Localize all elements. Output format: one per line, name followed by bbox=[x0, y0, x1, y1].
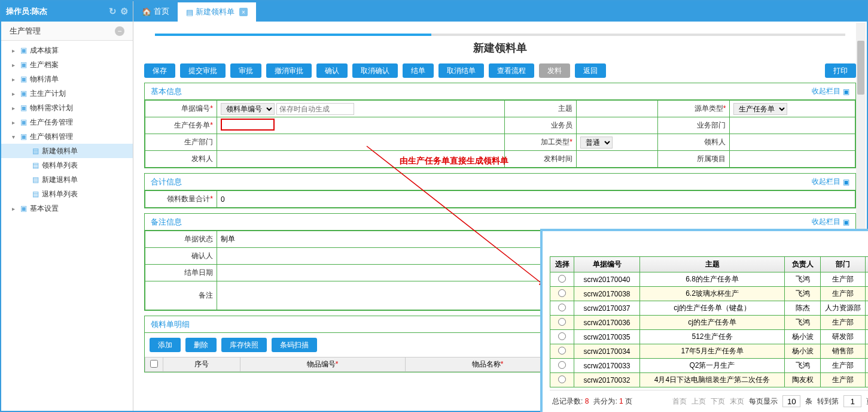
return-button[interactable]: 返回 bbox=[575, 63, 606, 78]
tree-item-label: 新建退料单 bbox=[42, 175, 78, 185]
file-icon bbox=[31, 175, 39, 184]
tab[interactable]: ▤新建领料单× bbox=[178, 1, 256, 22]
doc-no-input[interactable] bbox=[276, 103, 354, 115]
detail-action-button[interactable]: 条码扫描 bbox=[272, 338, 317, 352]
action-button[interactable]: 提交审批 bbox=[180, 63, 226, 78]
action-button[interactable]: 确认 bbox=[316, 63, 348, 78]
action-bar: 保存提交审批审批撤消审批确认取消确认结单取消结单查看流程发料返回打印 bbox=[144, 63, 856, 78]
gear-icon[interactable]: ⚙ bbox=[120, 6, 128, 17]
pager-first[interactable]: 首页 bbox=[672, 396, 687, 407]
task-row[interactable]: scrw20170035 512生产任务 杨小波 研发部 杨小波 bbox=[550, 330, 869, 344]
cell-creator: 陈杰 bbox=[866, 301, 869, 316]
row-radio[interactable] bbox=[558, 347, 566, 355]
tree-child-item[interactable]: 新建退料单 bbox=[1, 172, 133, 187]
action-button[interactable]: 取消确认 bbox=[352, 63, 398, 78]
cell-no: scrw20170032 bbox=[574, 373, 640, 387]
sidebar-section-label: 生产管理 bbox=[10, 26, 41, 37]
cell-subject: 4月4日下达电脑组装生产第二次任务 bbox=[640, 373, 785, 387]
tree-child-item[interactable]: 退料单列表 bbox=[1, 187, 133, 201]
tree-item-label: 主生产计划 bbox=[30, 89, 66, 99]
task-picker-modal: 关闭 选择单据编号主题负责人部门制单人 scrw20170040 6.8的生产任… bbox=[540, 229, 868, 412]
tab-label: 新建领料单 bbox=[196, 7, 234, 17]
home-icon: 🏠 bbox=[142, 7, 151, 16]
pager-goto-input[interactable] bbox=[843, 395, 861, 407]
sidebar-section[interactable]: 生产管理 − bbox=[1, 22, 133, 41]
tree-item[interactable]: ▾生产领料管理 bbox=[1, 129, 133, 144]
tree-item[interactable]: ▸成本核算 bbox=[1, 43, 133, 57]
pager-prev[interactable]: 上页 bbox=[692, 396, 706, 407]
task-row[interactable]: scrw20170032 4月4日下达电脑组装生产第二次任务 陶友权 生产部 胡… bbox=[550, 373, 869, 387]
close-icon[interactable]: × bbox=[239, 8, 248, 16]
task-row[interactable]: scrw20170036 cj的生产任务单 飞鸿 生产部 陈杰 bbox=[550, 316, 869, 330]
cell-subject: 6.2玻璃水杯生产 bbox=[640, 287, 785, 301]
scrollbar-thumb[interactable] bbox=[857, 41, 864, 95]
proc-type-select[interactable]: 普通 bbox=[580, 137, 613, 149]
row-radio[interactable] bbox=[558, 361, 566, 369]
section-title: 领料单明细 bbox=[151, 319, 190, 330]
tab[interactable]: 🏠首页 bbox=[133, 1, 178, 22]
collapse-icon[interactable]: − bbox=[115, 26, 124, 36]
action-button-disabled[interactable]: 发料 bbox=[539, 63, 570, 78]
chevron-right-icon: ▸ bbox=[12, 62, 19, 68]
pager-last[interactable]: 末页 bbox=[730, 396, 744, 407]
collapse-toggle[interactable]: 收起栏目 bbox=[812, 86, 849, 96]
row-radio[interactable] bbox=[558, 275, 566, 283]
detail-action-button[interactable]: 删除 bbox=[185, 338, 217, 352]
section-total: 合计信息 收起栏目 领料数量合计* 0 bbox=[144, 173, 856, 208]
task-table: 选择单据编号主题负责人部门制单人 scrw20170040 6.8的生产任务单 … bbox=[550, 256, 868, 387]
row-radio[interactable] bbox=[558, 332, 566, 340]
pager-size-input[interactable] bbox=[782, 395, 800, 407]
detail-action-button[interactable]: 添加 bbox=[150, 338, 181, 352]
select-all-checkbox[interactable] bbox=[150, 360, 158, 368]
row-radio[interactable] bbox=[558, 304, 566, 311]
sidebar: 操作员:陈杰 ↻ ⚙ 生产管理 − ▸成本核算▸生产档案▸物料清单▸主生产计划▸… bbox=[1, 1, 133, 411]
collapse-toggle[interactable]: 收起栏目 bbox=[812, 217, 849, 227]
cell-no: scrw20170035 bbox=[574, 330, 640, 344]
cell-subject: cj的生产任务单（键盘） bbox=[640, 301, 785, 316]
action-button[interactable]: 保存 bbox=[144, 63, 175, 78]
row-radio[interactable] bbox=[558, 289, 566, 297]
action-button[interactable]: 审批 bbox=[230, 63, 261, 78]
section-title: 备注信息 bbox=[151, 217, 182, 228]
task-row[interactable]: scrw20170040 6.8的生产任务单 飞鸿 生产部 陈杰 bbox=[550, 272, 869, 287]
task-row[interactable]: scrw20170033 Q2第一月生产 飞鸿 生产部 杨小波 bbox=[550, 359, 869, 373]
chevron-right-icon: ▸ bbox=[12, 47, 19, 54]
print-button[interactable]: 打印 bbox=[825, 63, 856, 78]
cell-no: scrw20170033 bbox=[574, 359, 640, 373]
cell-owner: 陶友权 bbox=[785, 373, 821, 387]
action-button[interactable]: 查看流程 bbox=[489, 63, 534, 78]
task-row[interactable]: scrw20170037 cj的生产任务单（键盘） 陈杰 人力资源部 陈杰 bbox=[550, 301, 869, 316]
source-type-select[interactable]: 生产任务单 bbox=[733, 103, 787, 115]
task-row[interactable]: scrw20170038 6.2玻璃水杯生产 飞鸿 生产部 陈杰 bbox=[550, 287, 869, 301]
tree-item[interactable]: ▸生产任务管理 bbox=[1, 115, 133, 129]
refresh-icon[interactable]: ↻ bbox=[109, 6, 117, 17]
task-lookup-field[interactable] bbox=[221, 119, 275, 131]
row-radio[interactable] bbox=[558, 375, 566, 383]
doc-no-select[interactable]: 领料单编号 bbox=[221, 103, 275, 115]
tree-item[interactable]: ▸基本设置 bbox=[1, 201, 133, 216]
action-button[interactable]: 结单 bbox=[403, 63, 434, 78]
pager-next[interactable]: 下页 bbox=[711, 396, 725, 407]
tree-item[interactable]: ▸主生产计划 bbox=[1, 86, 133, 101]
cell-dept: 人力资源部 bbox=[821, 301, 866, 316]
tree-item[interactable]: ▸物料需求计划 bbox=[1, 101, 133, 115]
cell-owner: 飞鸿 bbox=[785, 272, 821, 287]
chevron-right-icon: ▸ bbox=[12, 105, 19, 111]
cell-owner: 飞鸿 bbox=[785, 316, 821, 330]
tree-item[interactable]: ▸物料清单 bbox=[1, 72, 133, 86]
tree-child-item[interactable]: 新建领料单 bbox=[1, 144, 133, 158]
cell-creator: 陈杰 bbox=[866, 316, 869, 330]
collapse-toggle[interactable]: 收起栏目 bbox=[812, 177, 849, 187]
detail-action-button[interactable]: 库存快照 bbox=[221, 338, 267, 352]
folder-icon bbox=[19, 60, 28, 69]
row-radio[interactable] bbox=[558, 318, 566, 326]
cell-dept: 研发部 bbox=[821, 330, 866, 344]
cell-creator: 杨小波 bbox=[866, 330, 869, 344]
action-button[interactable]: 撤消审批 bbox=[266, 63, 312, 78]
task-row[interactable]: scrw20170034 17年5月生产任务单 杨小波 销售部 杨小波 bbox=[550, 344, 869, 359]
cell-owner: 杨小波 bbox=[785, 344, 821, 359]
action-button[interactable]: 取消结单 bbox=[438, 63, 484, 78]
popup-col-header: 主题 bbox=[640, 257, 785, 272]
tree-child-item[interactable]: 领料单列表 bbox=[1, 158, 133, 172]
tree-item[interactable]: ▸生产档案 bbox=[1, 57, 133, 72]
